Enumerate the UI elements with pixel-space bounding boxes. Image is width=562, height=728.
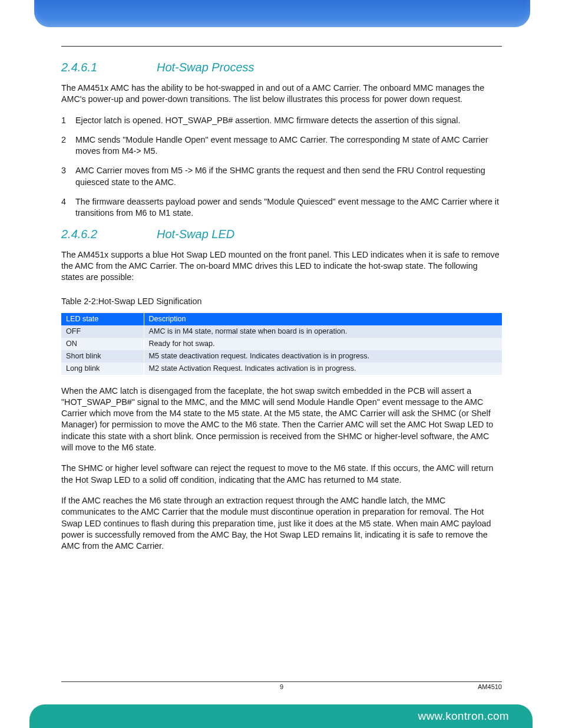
section-intro: The AM451x supports a blue Hot Swap LED …: [61, 249, 502, 284]
table-header-row: LED state Description: [61, 313, 502, 325]
doc-id: AM4510: [478, 683, 502, 690]
section-title: Hot-Swap Process: [157, 61, 254, 74]
table-row: Short blink M5 state deactivation reques…: [61, 350, 502, 363]
table-cell: AMC is in M4 state, normal state when bo…: [144, 325, 502, 338]
document-page: 2.4.6.1 Hot-Swap Process The AM451x AMC …: [0, 0, 562, 728]
footer-bar: www.kontron.com: [29, 704, 533, 728]
table-cell: OFF: [61, 325, 144, 338]
section-title: Hot-Swap LED: [157, 228, 234, 241]
table-row: Long blink M2 state Activation Request. …: [61, 363, 502, 375]
section-heading: 2.4.6.1 Hot-Swap Process: [61, 61, 502, 74]
table-caption: Table 2-2:Hot-Swap LED Signification: [61, 297, 502, 306]
step-item: The firmware deasserts payload power and…: [61, 196, 502, 219]
section-number: 2.4.6.1: [61, 61, 157, 74]
step-item: AMC Carrier moves from M5 -> M6 if the S…: [61, 165, 502, 188]
step-item: MMC sends "Module Handle Open" event mes…: [61, 134, 502, 157]
page-content: 2.4.6.1 Hot-Swap Process The AM451x AMC …: [61, 35, 502, 561]
footer-url: www.kontron.com: [418, 710, 509, 723]
body-paragraph: If the AMC reaches the M6 state through …: [61, 495, 502, 552]
table-cell: Ready for hot swap.: [144, 338, 502, 350]
led-table: LED state Description OFF AMC is in M4 s…: [61, 313, 502, 375]
top-rule: [61, 46, 502, 47]
body-paragraph: The SHMC or higher level software can re…: [61, 463, 502, 486]
table-cell: M2 state Activation Request. Indicates a…: [144, 363, 502, 375]
header-tab-decoration: [34, 0, 530, 27]
table-row: ON Ready for hot swap.: [61, 338, 502, 350]
body-paragraph: When the AMC latch is disengaged from th…: [61, 386, 502, 454]
table-cell: M5 state deactivation request. Indicates…: [144, 350, 502, 363]
table-cell: Long blink: [61, 363, 144, 375]
table-cell: ON: [61, 338, 144, 350]
footer-rule-row: 9 AM4510: [61, 681, 502, 690]
table-header-cell: Description: [144, 313, 502, 325]
section-heading: 2.4.6.2 Hot-Swap LED: [61, 228, 502, 241]
section-intro: The AM451x AMC has the ability to be hot…: [61, 83, 502, 106]
page-number: 9: [280, 683, 283, 690]
table-row: OFF AMC is in M4 state, normal state whe…: [61, 325, 502, 338]
table-cell: Short blink: [61, 350, 144, 363]
process-steps: Ejector latch is opened. HOT_SWAP_PB# as…: [61, 115, 502, 219]
step-item: Ejector latch is opened. HOT_SWAP_PB# as…: [61, 115, 502, 126]
table-header-cell: LED state: [61, 313, 144, 325]
section-number: 2.4.6.2: [61, 228, 157, 241]
